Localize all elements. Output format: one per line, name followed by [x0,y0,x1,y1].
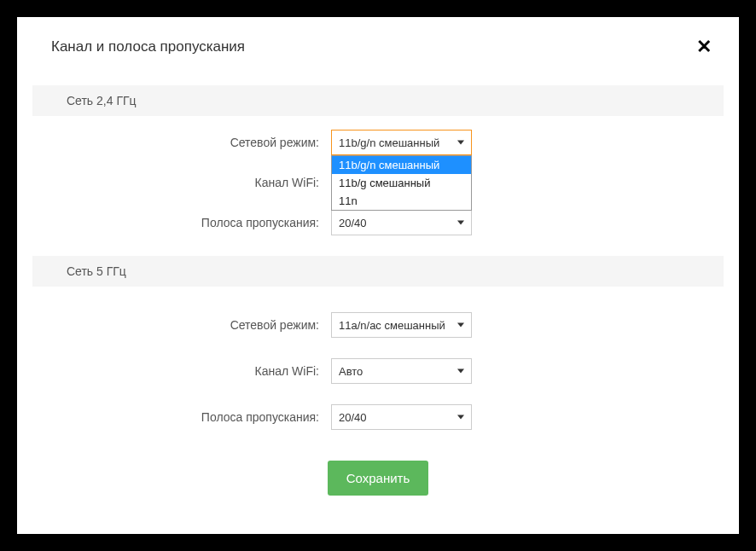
modal-header: Канал и полоса пропускания ✕ [17,17,739,80]
select-5-channel[interactable]: Авто [331,358,472,384]
section-24ghz-header: Сеть 2,4 ГГц [32,85,724,116]
label-5-channel: Канал WiFi: [17,364,331,378]
section-5ghz-header: Сеть 5 ГГц [32,256,724,287]
label-5-mode: Сетевой режим: [17,318,331,332]
channel-bandwidth-modal: Канал и полоса пропускания ✕ Сеть 2,4 ГГ… [17,17,739,534]
option-24-mode-0[interactable]: 11b/g/n смешанный [332,156,471,174]
select-5-bandwidth[interactable]: 20/40 [331,404,472,430]
row-5-mode: Сетевой режим: 11a/n/ac смешанный [17,312,739,338]
select-5-mode-value: 11a/n/ac смешанный [339,319,445,332]
row-24-mode: Сетевой режим: 11b/g/n смешанный 11b/g/n… [17,130,739,155]
modal-title: Канал и полоса пропускания [51,38,245,55]
label-5-bandwidth: Полоса пропускания: [17,410,331,424]
dropdown-24-mode: 11b/g/n смешанный 11b/g смешанный 11n [331,155,472,211]
select-24-mode[interactable]: 11b/g/n смешанный [331,130,472,155]
label-24-bandwidth: Полоса пропускания: [17,216,331,229]
row-5-channel: Канал WiFi: Авто [17,358,739,384]
label-24-mode: Сетевой режим: [17,136,331,149]
option-24-mode-2[interactable]: 11n [332,192,471,210]
modal-footer: Сохранить [17,461,739,496]
save-button[interactable]: Сохранить [328,461,429,496]
select-24-bandwidth[interactable]: 20/40 [331,210,472,235]
select-5-mode[interactable]: 11a/n/ac смешанный [331,312,472,338]
select-5-channel-value: Авто [339,365,363,378]
option-24-mode-1[interactable]: 11b/g смешанный [332,174,471,192]
select-24-mode-value: 11b/g/n смешанный [339,136,439,149]
row-24-bandwidth: Полоса пропускания: 20/40 [17,210,739,235]
row-5-bandwidth: Полоса пропускания: 20/40 [17,404,739,430]
select-24-bandwidth-value: 20/40 [339,217,367,229]
select-5-bandwidth-value: 20/40 [339,411,367,424]
label-24-channel: Канал WiFi: [17,176,331,189]
close-icon[interactable]: ✕ [689,34,718,60]
